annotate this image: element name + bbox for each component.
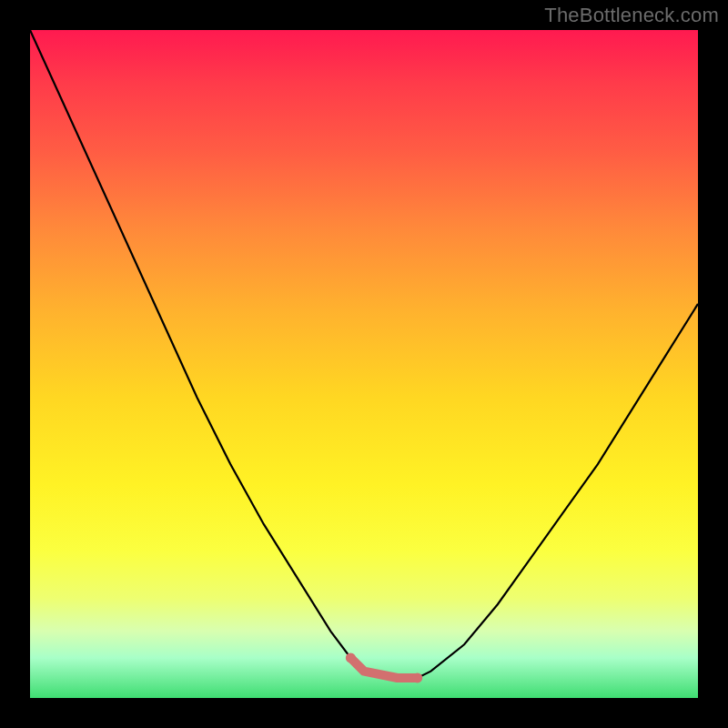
curve-layer [30, 30, 698, 698]
highlight-dot-right [412, 672, 422, 682]
watermark-text: TheBottleneck.com [544, 4, 719, 27]
plot-area [30, 30, 698, 698]
curve-path [30, 30, 698, 678]
highlight-dot-left [346, 652, 356, 662]
highlight-path [350, 658, 417, 678]
chart-frame: TheBottleneck.com [0, 0, 728, 728]
